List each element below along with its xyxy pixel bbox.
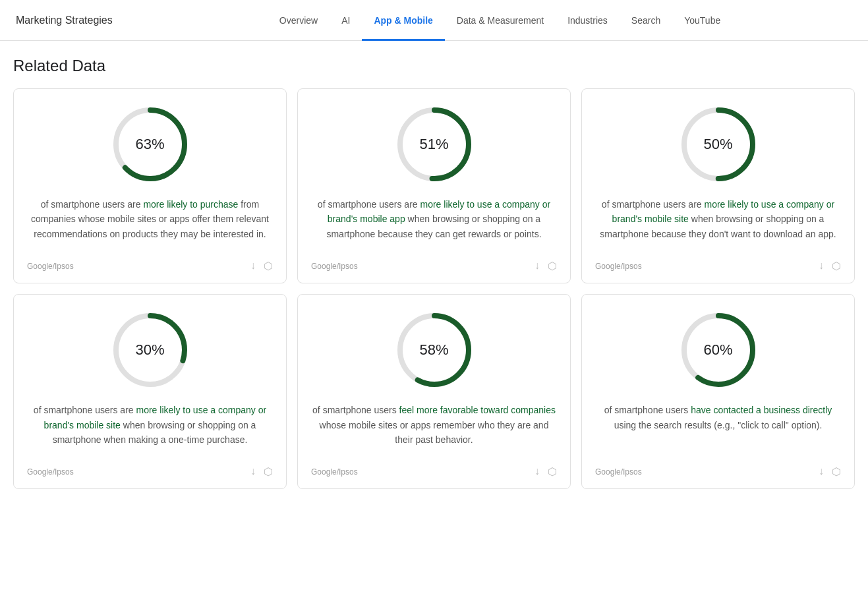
donut-percent-6: 60%	[703, 341, 732, 359]
card-text-1: of smartphone users are more likely to p…	[27, 197, 273, 241]
nav-item-app-mobile[interactable]: App & Mobile	[362, 0, 444, 41]
donut-chart-1: 63%	[111, 105, 190, 184]
download-icon[interactable]: ↓	[535, 260, 540, 272]
donut-chart-6: 60%	[679, 310, 758, 390]
card-actions-6: ↓⬡	[819, 465, 841, 478]
donut-chart-5: 58%	[395, 310, 474, 390]
cards-grid: 63%of smartphone users are more likely t…	[13, 88, 855, 489]
card-actions-2: ↓⬡	[535, 260, 557, 272]
nav-item-youtube[interactable]: YouTube	[672, 0, 732, 41]
card-text-6: of smartphone users have contacted a bus…	[595, 403, 841, 447]
download-icon[interactable]: ↓	[819, 260, 824, 272]
card-footer-6: Google/Ipsos↓⬡	[595, 460, 841, 478]
donut-percent-2: 51%	[419, 136, 448, 153]
card-highlight-4: more likely to use a company or brand's …	[44, 405, 267, 430]
nav-item-ai[interactable]: AI	[330, 0, 362, 41]
card-text-5: of smartphone users feel more favorable …	[311, 403, 557, 447]
share-icon[interactable]: ⬡	[264, 465, 273, 478]
card-source-6: Google/Ipsos	[595, 467, 642, 477]
card-footer-1: Google/Ipsos↓⬡	[27, 254, 273, 272]
card-text-3: of smartphone users are more likely to u…	[595, 197, 841, 241]
card-highlight-6: have contacted a business directly	[691, 405, 832, 415]
nav-item-data-measurement[interactable]: Data & Measurement	[445, 0, 556, 41]
donut-percent-4: 30%	[135, 341, 164, 359]
nav-item-overview[interactable]: Overview	[268, 0, 330, 41]
card-3: 50%of smartphone users are more likely t…	[581, 88, 855, 283]
card-source-5: Google/Ipsos	[311, 467, 358, 477]
card-actions-3: ↓⬡	[819, 260, 841, 272]
main-nav: OverviewAIApp & MobileData & Measurement…	[148, 0, 852, 41]
header: Marketing Strategies OverviewAIApp & Mob…	[0, 0, 868, 41]
section-title: Related Data	[13, 57, 855, 75]
card-footer-4: Google/Ipsos↓⬡	[27, 460, 273, 478]
card-actions-4: ↓⬡	[250, 465, 273, 478]
download-icon[interactable]: ↓	[250, 260, 256, 272]
download-icon[interactable]: ↓	[250, 465, 256, 478]
download-icon[interactable]: ↓	[535, 465, 540, 478]
card-source-3: Google/Ipsos	[595, 262, 642, 271]
nav-item-search[interactable]: Search	[620, 0, 672, 41]
donut-chart-2: 51%	[395, 105, 474, 184]
download-icon[interactable]: ↓	[819, 465, 824, 478]
donut-percent-5: 58%	[419, 341, 448, 359]
card-6: 60%of smartphone users have contacted a …	[581, 294, 855, 489]
app-logo: Marketing Strategies	[16, 15, 148, 26]
share-icon[interactable]: ⬡	[832, 465, 841, 478]
card-2: 51%of smartphone users are more likely t…	[297, 88, 571, 283]
card-actions-1: ↓⬡	[250, 260, 273, 272]
donut-chart-4: 30%	[111, 310, 190, 390]
card-4: 30%of smartphone users are more likely t…	[13, 294, 287, 489]
share-icon[interactable]: ⬡	[548, 465, 557, 478]
nav-item-industries[interactable]: Industries	[556, 0, 620, 41]
card-footer-2: Google/Ipsos↓⬡	[311, 254, 557, 272]
donut-percent-1: 63%	[135, 136, 164, 153]
share-icon[interactable]: ⬡	[264, 260, 273, 272]
card-source-2: Google/Ipsos	[311, 262, 358, 271]
card-footer-5: Google/Ipsos↓⬡	[311, 460, 557, 478]
card-actions-5: ↓⬡	[535, 465, 557, 478]
card-footer-3: Google/Ipsos↓⬡	[595, 254, 841, 272]
card-highlight-3: more likely to use a company or brand's …	[612, 199, 835, 224]
card-highlight-2: more likely to use a company or brand's …	[328, 199, 550, 224]
share-icon[interactable]: ⬡	[832, 260, 841, 272]
share-icon[interactable]: ⬡	[548, 260, 557, 272]
donut-chart-3: 50%	[679, 105, 758, 184]
card-source-4: Google/Ipsos	[27, 467, 74, 477]
main-content: Related Data 63%of smartphone users are …	[0, 41, 868, 505]
card-highlight-1: more likely to purchase	[143, 199, 238, 210]
card-text-4: of smartphone users are more likely to u…	[27, 403, 273, 447]
donut-percent-3: 50%	[703, 136, 732, 153]
card-1: 63%of smartphone users are more likely t…	[13, 88, 287, 283]
card-text-2: of smartphone users are more likely to u…	[311, 197, 557, 241]
card-source-1: Google/Ipsos	[27, 262, 74, 271]
card-highlight-5: feel more favorable toward companies	[399, 405, 556, 415]
card-5: 58%of smartphone users feel more favorab…	[297, 294, 571, 489]
